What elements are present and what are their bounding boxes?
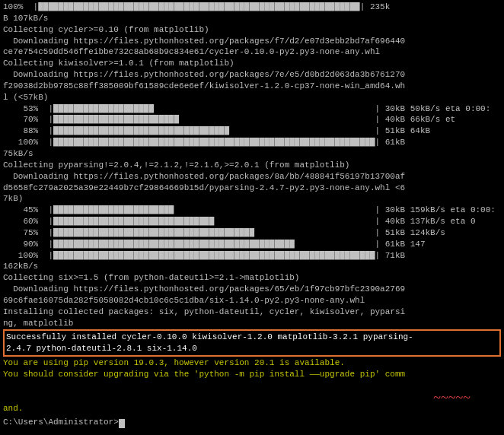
cursor <box>119 419 125 428</box>
line-29: ng, matplotlib <box>3 318 501 329</box>
line-2: B 107kB/s <box>3 13 501 24</box>
line-11: 70% |█████████████████████████ | 40kB 66… <box>3 114 501 125</box>
terminal-window[interactable]: 100% |██████████████████████████████████… <box>0 0 504 435</box>
terminal-output: 100% |██████████████████████████████████… <box>3 2 501 428</box>
line-15: Collecting pyparsing!=2.0.4,!=2.1.2,!=2.… <box>3 160 501 171</box>
line-8: f29038d2bb9785c88ff385009bf61589cde6e6ef… <box>3 81 501 92</box>
line-28: Installing collected packages: six, pyth… <box>3 306 501 318</box>
line-7: Downloading https://files.pythonhosted.o… <box>3 69 501 81</box>
line-4: Downloading https://files.pythonhosted.o… <box>3 36 501 47</box>
line-32: You are using pip version 19.0.3, howeve… <box>3 357 501 369</box>
line-12: 88% |███████████████████████████████████… <box>3 125 501 137</box>
squiggle-icon: ~~~~~ <box>433 389 471 407</box>
prompt-line: C:\Users\Administrator> <box>3 417 501 428</box>
line-18: 7kB) <box>3 193 501 205</box>
line-26: Downloading https://files.pythonhosted.o… <box>3 284 501 295</box>
line-14: 75kB/s <box>3 148 501 160</box>
line-21: 75% |███████████████████████████████████… <box>3 227 501 239</box>
success-highlight-box: Successfully installed cycler-0.10.0 kiw… <box>3 329 501 357</box>
line-3: Collecting cycler>=0.10 (from matplotlib… <box>3 24 501 36</box>
line-1: 100% |██████████████████████████████████… <box>3 2 501 13</box>
line-10: 53% |████████████████████ | 30kB 50kB/s … <box>3 103 501 115</box>
line-6: Collecting kiwisolver>=1.0.1 (from matpl… <box>3 58 501 69</box>
line-17: d5658fc279a2025a39e22449b7cf29864669b15d… <box>3 183 501 194</box>
line-16: Downloading https://files.pythonhosted.o… <box>3 171 501 183</box>
line-30: Successfully installed cycler-0.10.0 kiw… <box>6 332 498 343</box>
line-20: 60% |████████████████████████████████ | … <box>3 216 501 227</box>
line-33: You should consider upgrading via the 'p… <box>3 369 501 403</box>
line-25: Collecting six>=1.5 (from python-dateuti… <box>3 272 501 284</box>
line-24: 162kB/s <box>3 261 501 272</box>
line-34: and. <box>3 403 501 414</box>
line-27: 69c6fae16075da282f5058082d4cb10c6c5c1dba… <box>3 295 501 306</box>
line-31: 2.4.7 python-dateutil-2.8.1 six-1.14.0 <box>6 343 498 354</box>
line-22: 90% |███████████████████████████████████… <box>3 239 501 250</box>
line-23: 100% |██████████████████████████████████… <box>3 250 501 262</box>
line-13: 100% |██████████████████████████████████… <box>3 137 501 148</box>
line-19: 45% |████████████████████████ | 30kB 159… <box>3 205 501 216</box>
line-9: l (<57kB) <box>3 92 501 103</box>
line-5: ce7e754c59dd546ffeibbe732c8ab68b9c834e61… <box>3 46 501 58</box>
